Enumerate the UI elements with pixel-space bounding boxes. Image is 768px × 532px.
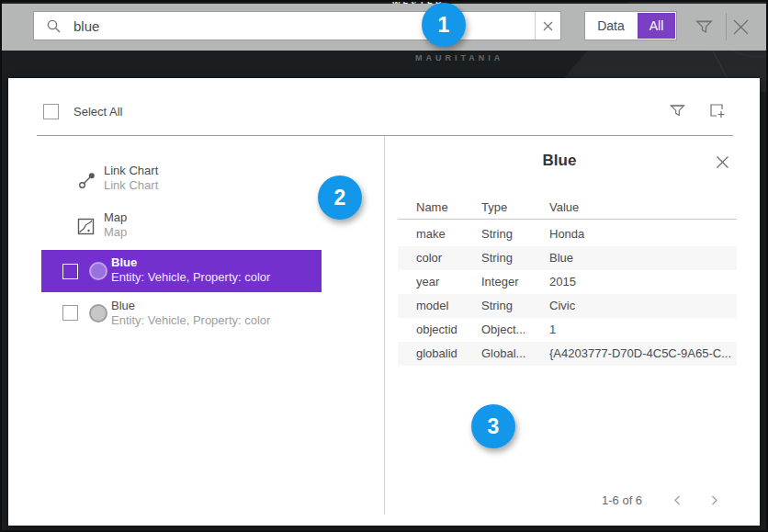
- chevron-right-icon: [708, 494, 720, 506]
- results-filter-button[interactable]: [669, 102, 686, 119]
- table-row: color String Blue: [398, 246, 737, 270]
- search-toolbar: Data All: [2, 4, 766, 51]
- close-x-icon: [731, 17, 751, 37]
- search-filter-button[interactable]: [695, 17, 714, 37]
- search-box[interactable]: [33, 11, 561, 40]
- result-checkbox[interactable]: [62, 305, 78, 321]
- cell-name: color: [416, 246, 442, 270]
- add-to-selection-button[interactable]: [708, 102, 726, 119]
- select-all-label: Select All: [73, 105, 122, 119]
- step-badge-3: 3: [471, 404, 515, 448]
- map-label-mauritania: MAURITANIA: [415, 53, 503, 62]
- funnel-icon: [695, 17, 714, 37]
- result-title: Blue: [111, 299, 135, 312]
- scope-all-button[interactable]: All: [638, 13, 675, 39]
- cell-type: String: [481, 246, 513, 270]
- cell-type: Integer: [481, 270, 518, 294]
- step-badge-2: 2: [318, 175, 362, 220]
- cell-value: Blue: [549, 246, 573, 270]
- link-chart-icon: [77, 170, 97, 190]
- scope-data-button[interactable]: Data: [585, 12, 637, 40]
- result-title: Link Chart: [104, 164, 158, 177]
- column-header-name: Name: [416, 200, 448, 214]
- cell-type: Object...: [481, 318, 525, 342]
- cell-name: make: [416, 222, 446, 246]
- result-subtitle: Entity: Vehicle, Property: color: [111, 313, 270, 327]
- select-all-checkbox[interactable]: [43, 104, 59, 119]
- table-row: model String Civic: [398, 294, 737, 318]
- result-subtitle: Entity: Vehicle, Property: color: [111, 270, 270, 284]
- result-title: Map: [104, 210, 127, 224]
- cell-value: Honda: [549, 222, 584, 246]
- column-header-type: Type: [481, 200, 507, 214]
- result-item-blue-selected[interactable]: Blue Entity: Vehicle, Property: color: [41, 250, 322, 292]
- table-row: year Integer 2015: [398, 270, 737, 294]
- result-checkbox[interactable]: [62, 264, 78, 279]
- table-row: make String Honda: [398, 222, 737, 246]
- pagination-next-button[interactable]: [708, 494, 720, 506]
- table-row: objectid Object... 1: [398, 318, 737, 342]
- close-detail-button[interactable]: [716, 155, 729, 169]
- close-search-button[interactable]: [731, 17, 751, 37]
- cell-name: globalid: [416, 342, 457, 366]
- result-title: Blue: [111, 255, 137, 269]
- add-item-icon: [708, 102, 726, 119]
- search-results-panel: Select All Link Chart Link Chart: [8, 78, 760, 526]
- step-badge-1: 1: [422, 3, 466, 47]
- chevron-left-icon: [672, 494, 683, 506]
- cell-value: 1: [549, 318, 556, 342]
- cell-name: year: [416, 270, 439, 294]
- column-header-value: Value: [549, 200, 579, 214]
- pagination-prev-button[interactable]: [672, 494, 683, 506]
- pagination-label: 1-6 of 6: [602, 493, 642, 507]
- close-x-icon: [716, 155, 729, 169]
- header-divider: [37, 135, 733, 136]
- funnel-icon: [669, 102, 686, 119]
- color-swatch-icon: [89, 304, 107, 323]
- cell-name: objectid: [416, 318, 457, 342]
- cell-type: Global...: [481, 342, 525, 366]
- clear-x-icon: [543, 21, 553, 31]
- table-header-divider: [398, 219, 737, 220]
- clear-search-button[interactable]: [535, 12, 560, 40]
- list-detail-divider: [384, 136, 385, 515]
- detail-title: Blue: [385, 152, 734, 170]
- search-scope-toggle: Data All: [584, 11, 677, 40]
- cell-value: 2015: [549, 270, 576, 294]
- toolbar-divider: [726, 13, 727, 40]
- result-subtitle: Map: [104, 225, 127, 239]
- color-swatch-icon: [89, 262, 107, 280]
- search-icon: [46, 18, 62, 34]
- cell-value: {A4203777-D70D-4C5C-9A65-C...: [549, 342, 731, 366]
- cell-type: String: [481, 294, 513, 318]
- result-subtitle: Link Chart: [104, 178, 158, 192]
- cell-name: model: [416, 294, 448, 318]
- cell-value: Civic: [549, 294, 575, 318]
- result-item-blue[interactable]: [41, 291, 322, 334]
- map-icon: [77, 218, 95, 235]
- cell-type: String: [481, 222, 513, 246]
- table-row: globalid Global... {A4203777-D70D-4C5C-9…: [398, 342, 737, 366]
